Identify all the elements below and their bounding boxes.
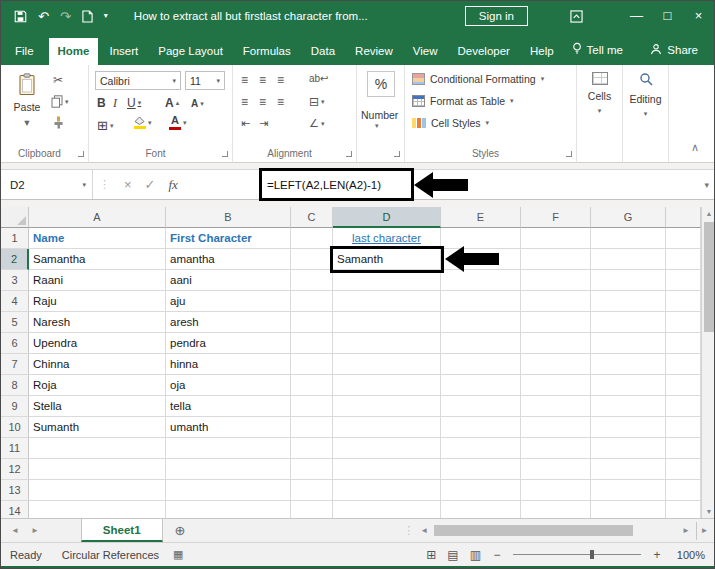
cell-C11[interactable] (291, 438, 333, 459)
expand-formula-bar-icon[interactable]: ▾ (704, 180, 709, 190)
cell-E12[interactable] (441, 459, 521, 480)
cell-B6[interactable]: pendra (166, 333, 291, 354)
cell-B7[interactable]: hinna (166, 354, 291, 375)
cell-E5[interactable] (441, 312, 521, 333)
cell-E13[interactable] (441, 480, 521, 501)
top-align-button[interactable]: ≡ (241, 73, 247, 87)
row-header-13[interactable]: 13 (1, 480, 29, 501)
cell-A6[interactable]: Upendra (29, 333, 166, 354)
vertical-scrollbar[interactable]: ▲ ▼ (701, 207, 715, 518)
conditional-formatting-button[interactable]: Conditional Formatting▾ (412, 73, 544, 85)
tab-review[interactable]: Review (346, 38, 402, 65)
vertical-scroll-thumb[interactable] (704, 222, 714, 332)
cell-partial-13[interactable] (666, 480, 701, 501)
zoom-level[interactable]: 100% (673, 549, 705, 561)
increase-font-size-button[interactable]: A▴ (165, 96, 179, 110)
tab-file[interactable]: File (2, 38, 47, 65)
insert-function-icon[interactable]: fx (169, 177, 178, 193)
save-icon[interactable] (14, 10, 27, 23)
middle-align-button[interactable]: ≡ (259, 73, 265, 87)
cell-B1[interactable]: First Character (166, 228, 291, 249)
decrease-indent-button[interactable]: ⇤ (241, 117, 250, 130)
font-size-select[interactable]: 11▾ (185, 71, 225, 90)
cell-F9[interactable] (521, 396, 591, 417)
sheet-tab-sheet1[interactable]: Sheet1 (81, 519, 163, 542)
cell-A7[interactable]: Chinna (29, 354, 166, 375)
cell-E7[interactable] (441, 354, 521, 375)
row-header-9[interactable]: 9 (1, 396, 29, 417)
cell-D2[interactable]: Samanth (333, 249, 441, 270)
cell-partial-2[interactable] (666, 249, 701, 270)
circular-references-status[interactable]: Circular References (62, 549, 159, 561)
zoom-in-icon[interactable]: + (652, 548, 662, 562)
column-header-G[interactable]: G (591, 207, 666, 228)
styles-dialog-launcher-icon[interactable] (566, 151, 572, 157)
percent-style-button[interactable]: % (367, 71, 395, 97)
cell-A12[interactable] (29, 459, 166, 480)
italic-button[interactable]: I (113, 96, 117, 111)
cell-C10[interactable] (291, 417, 333, 438)
cell-C12[interactable] (291, 459, 333, 480)
cell-A8[interactable]: Roja (29, 375, 166, 396)
cell-C14[interactable] (291, 501, 333, 518)
minimize-button[interactable]: — (621, 1, 652, 31)
column-header-D[interactable]: D (333, 207, 441, 228)
column-header-A[interactable]: A (29, 207, 166, 228)
cell-B12[interactable] (166, 459, 291, 480)
cell-D7[interactable] (333, 354, 441, 375)
bold-button[interactable]: B (97, 96, 106, 110)
cell-partial-7[interactable] (666, 354, 701, 375)
close-button[interactable]: × (683, 1, 714, 31)
cell-A3[interactable]: Raani (29, 270, 166, 291)
cell-E6[interactable] (441, 333, 521, 354)
row-header-8[interactable]: 8 (1, 375, 29, 396)
cell-G12[interactable] (591, 459, 666, 480)
underline-button[interactable]: U▾ (127, 96, 141, 110)
collapse-ribbon-icon[interactable]: ∧ (691, 141, 699, 154)
cell-E14[interactable] (441, 501, 521, 518)
cell-E8[interactable] (441, 375, 521, 396)
cell-A1[interactable]: Name (29, 228, 166, 249)
zoom-slider-thumb[interactable] (590, 550, 594, 559)
qat-customize-dropdown-icon[interactable]: ▾ (104, 12, 108, 20)
cell-C1[interactable] (291, 228, 333, 249)
number-format-dropdown-icon[interactable]: ▾ (375, 122, 379, 130)
cell-E11[interactable] (441, 438, 521, 459)
ribbon-display-options-icon[interactable] (570, 10, 583, 23)
cell-D12[interactable] (333, 459, 441, 480)
name-box[interactable]: D2▾ (1, 170, 93, 199)
cell-G6[interactable] (591, 333, 666, 354)
cell-F7[interactable] (521, 354, 591, 375)
cell-C2[interactable] (291, 249, 333, 270)
row-header-1[interactable]: 1 (1, 228, 29, 249)
cell-F10[interactable] (521, 417, 591, 438)
cell-C9[interactable] (291, 396, 333, 417)
clipboard-dialog-launcher-icon[interactable] (78, 151, 84, 157)
select-all-corner[interactable] (1, 207, 29, 228)
cell-G11[interactable] (591, 438, 666, 459)
cell-G7[interactable] (591, 354, 666, 375)
cell-B11[interactable] (166, 438, 291, 459)
cell-partial-9[interactable] (666, 396, 701, 417)
horizontal-scrollbar[interactable]: ⋮ ◄ ► ► (403, 522, 714, 540)
cell-B8[interactable]: oja (166, 375, 291, 396)
row-header-4[interactable]: 4 (1, 291, 29, 312)
cell-G9[interactable] (591, 396, 666, 417)
cell-D1[interactable]: last character (333, 228, 441, 249)
tab-data[interactable]: Data (302, 38, 344, 65)
cell-D6[interactable] (333, 333, 441, 354)
cell-F4[interactable] (521, 291, 591, 312)
cell-B4[interactable]: aju (166, 291, 291, 312)
cell-G2[interactable] (591, 249, 666, 270)
cell-E2[interactable] (441, 249, 521, 270)
number-dialog-launcher-icon[interactable] (394, 151, 400, 157)
cell-F6[interactable] (521, 333, 591, 354)
scroll-up-icon[interactable]: ▲ (702, 210, 715, 217)
cell-B3[interactable]: aani (166, 270, 291, 291)
row-header-5[interactable]: 5 (1, 312, 29, 333)
row-header-6[interactable]: 6 (1, 333, 29, 354)
cell-E3[interactable] (441, 270, 521, 291)
cell-A11[interactable] (29, 438, 166, 459)
tab-developer[interactable]: Developer (449, 38, 519, 65)
cell-G4[interactable] (591, 291, 666, 312)
